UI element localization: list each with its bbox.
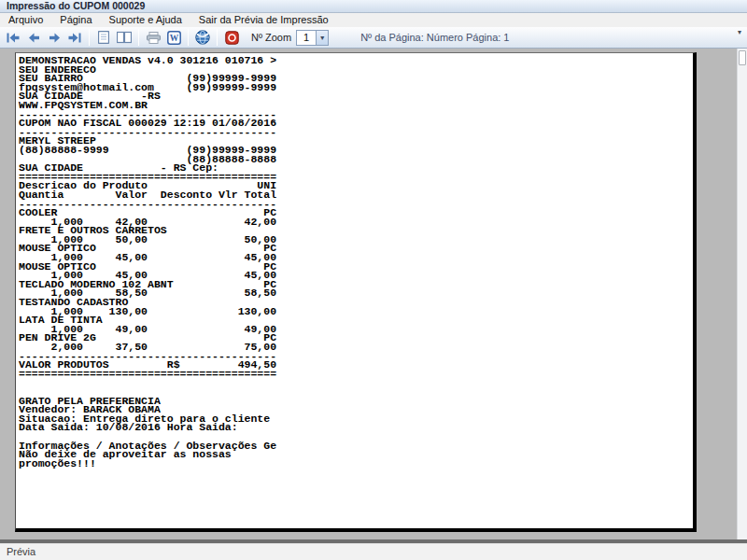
facing-pages-icon: [117, 31, 132, 44]
close-preview-button[interactable]: [222, 28, 241, 47]
status-text: Prévia: [7, 546, 35, 557]
app-window: Impressão do CUPOM 000029 ArquivoPáginaS…: [0, 0, 747, 560]
receipt-line: Não deixe de aproveitar as nossas: [19, 450, 693, 459]
word-export-button[interactable]: W: [164, 28, 183, 47]
zoom-label: Nº Zoom: [251, 32, 291, 43]
previous-page-button[interactable]: [24, 28, 43, 47]
menu-item[interactable]: Arquivo: [0, 13, 51, 27]
window-title: Impressão do CUPOM 000029: [7, 0, 145, 11]
menu-item[interactable]: Suporte e Ajuda: [101, 13, 190, 27]
first-page-icon: [7, 33, 20, 43]
receipt-line: promoções!!!: [19, 459, 693, 469]
titlebar[interactable]: Impressão do CUPOM 000029: [0, 0, 747, 13]
receipt-page: DEMONSTRACAO VENDAS v4.0 301216 010716 >…: [15, 52, 697, 532]
word-export-icon: W: [167, 31, 181, 45]
receipt-text: DEMONSTRACAO VENDAS v4.0 301216 010716 >…: [16, 53, 693, 468]
toolbar-separator: [138, 29, 139, 46]
toolbar-separator: [188, 29, 189, 46]
scrollbar-thumb[interactable]: [739, 50, 746, 65]
facing-pages-view-button[interactable]: [115, 28, 134, 47]
receipt-line: Data Saida: 10/08/2016 Hora Saida:: [19, 423, 693, 432]
toolbar-overflow-icon[interactable]: ▾: [738, 28, 741, 36]
single-page-view-button[interactable]: [94, 28, 113, 47]
svg-text:W: W: [169, 34, 178, 43]
chevron-down-icon[interactable]: ▼: [316, 31, 328, 45]
page-info: Nº da Página: Número Página: 1: [360, 32, 509, 43]
red-close-icon: [225, 31, 239, 45]
toolbar-separator: [217, 29, 218, 46]
previous-page-icon: [28, 33, 40, 43]
receipt-line: ----------------------------------------: [19, 128, 693, 137]
receipt-line: ========================================: [19, 370, 693, 379]
zoom-value: 1: [297, 31, 316, 45]
next-page-icon: [49, 33, 61, 43]
menubar: ArquivoPáginaSuporte e AjudaSair da Prév…: [0, 13, 747, 27]
single-page-icon: [98, 31, 109, 44]
next-page-button[interactable]: [45, 28, 63, 47]
zoom-select[interactable]: 1 ▼: [296, 30, 329, 46]
web-button[interactable]: [193, 28, 212, 47]
print-icon: [147, 32, 161, 44]
print-button[interactable]: [144, 28, 162, 47]
menu-item[interactable]: Sair da Prévia de Impressão: [190, 13, 337, 27]
last-page-icon: [68, 33, 81, 43]
vertical-scrollbar[interactable]: [737, 49, 747, 539]
menu-item[interactable]: Página: [51, 13, 100, 27]
web-globe-icon: [195, 30, 210, 45]
toolbar: W Nº Zoom 1 ▼ Nº da Página: Número Págin…: [0, 27, 747, 49]
toolbar-separator: [89, 29, 90, 46]
last-page-button[interactable]: [65, 28, 84, 47]
statusbar: Prévia: [0, 543, 747, 560]
receipt-line: 1,000 130,00 130,00: [19, 307, 693, 316]
preview-area: DEMONSTRACAO VENDAS v4.0 301216 010716 >…: [0, 49, 747, 543]
receipt-line: [19, 378, 693, 387]
first-page-button[interactable]: [4, 28, 22, 47]
receipt-line: DEMONSTRACAO VENDAS v4.0 301216 010716 >: [19, 56, 693, 65]
